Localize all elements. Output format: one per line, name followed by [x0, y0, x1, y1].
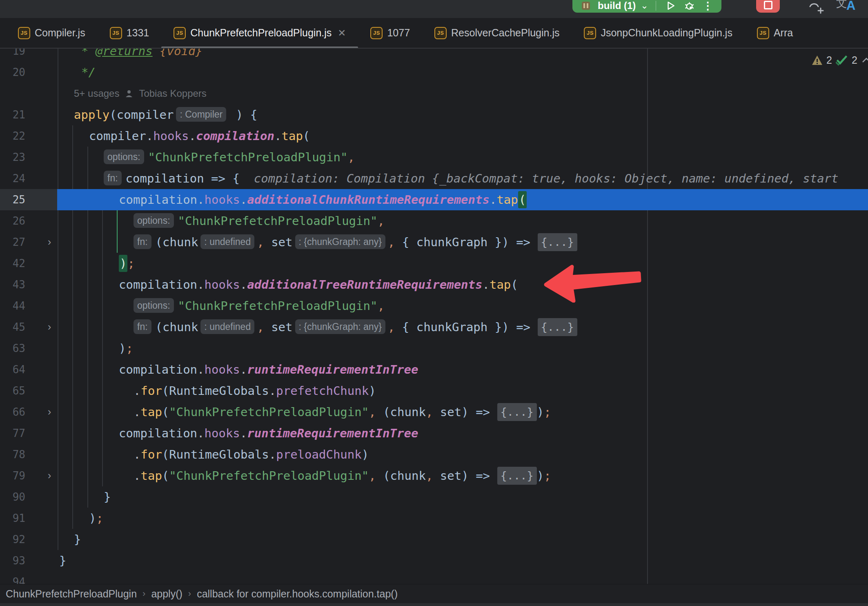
chevron-down-icon[interactable]: ⌄ [641, 0, 648, 11]
line-number: 43 [0, 274, 25, 295]
fold-chevron-icon[interactable]: › [43, 465, 56, 486]
breadcrumb-item[interactable]: ChunkPrefetchPreloadPlugin [6, 588, 137, 600]
tab-JsonpChunkLoadingPlugin.js[interactable]: JSJsonpChunkLoadingPlugin.js [572, 18, 744, 48]
run-config-name[interactable]: build (1) [598, 0, 636, 11]
folded-code[interactable]: {...} [497, 403, 537, 421]
line-number: 26 [0, 210, 25, 232]
line-number: 25 [0, 189, 25, 210]
folded-code[interactable]: {...} [538, 318, 577, 336]
tab-1077[interactable]: JS1077 [358, 18, 422, 48]
code-line-43[interactable]: compilation.hooks.additionalTreeRuntimeR… [119, 274, 518, 295]
line-number: 65 [0, 380, 25, 401]
inlay-hint: fn: [134, 234, 151, 249]
code-segment: { [395, 320, 416, 334]
code-segment: }) => [487, 320, 537, 334]
code-line-93[interactable]: } [59, 550, 66, 571]
breadcrumb-item[interactable]: apply() [151, 588, 182, 600]
code-segment: for [140, 448, 162, 461]
code-segment: set [271, 320, 292, 334]
code-line-22[interactable]: compiler.hooks.compilation.tap( [89, 125, 310, 147]
code-line-65[interactable]: .for(RuntimeGlobals.prefetchChunk) [134, 380, 376, 401]
stop-button[interactable] [756, 0, 780, 13]
tab-label: 1077 [387, 27, 410, 39]
fold-chevron-icon[interactable]: › [43, 232, 56, 253]
tab-label: ResolverCachePlugin.js [451, 27, 559, 39]
js-file-icon: JS [174, 27, 186, 39]
code-segment: . [189, 129, 196, 143]
code-line-19[interactable]: * @returns {void} [81, 49, 203, 62]
code-line-25[interactable]: compilation.hooks.additionalChunkRuntime… [119, 189, 527, 210]
code-segment: "ChunkPrefetchPreloadPlugin" [178, 299, 378, 313]
code-line-66[interactable]: .tap("ChunkPrefetchPreloadPlugin", (chun… [134, 401, 551, 423]
code-line-78[interactable]: .for(RuntimeGlobals.preloadChunk) [134, 444, 369, 465]
tab-1331[interactable]: JS1331 [98, 18, 162, 48]
code-line-45[interactable]: fn:(chunk: undefined, set: {chunkGraph: … [134, 316, 577, 338]
code-segment [204, 172, 211, 185]
folded-code[interactable]: {...} [497, 467, 537, 485]
more-options-icon[interactable]: ⋮ [701, 0, 715, 12]
code-line-63[interactable]: ); [119, 338, 133, 359]
code-line-27[interactable]: fn:(chunk: undefined, set: {chunkGraph: … [134, 232, 577, 253]
code-line-77[interactable]: compilation.hooks.runtimeRequirementInTr… [119, 423, 418, 444]
breadcrumb-item[interactable]: callback for compiler.hooks.compilation.… [197, 588, 398, 600]
code-segment: , [426, 405, 433, 419]
stop-icon [764, 1, 772, 9]
code-line-42[interactable]: ); [119, 253, 135, 274]
code-segment: set [271, 235, 292, 249]
code-line-91[interactable]: ); [89, 508, 103, 529]
code-line-92[interactable]: } [74, 529, 81, 550]
code-line-23[interactable]: options:"ChunkPrefetchPreloadPlugin", [104, 147, 355, 168]
code-line-21[interactable]: apply(compiler: Compiler ) { [74, 104, 257, 125]
code-line-90[interactable]: } [104, 486, 111, 508]
code-segment: } [59, 554, 66, 568]
code-segment: compilation [119, 278, 197, 292]
tab-label: JsonpChunkLoadingPlugin.js [601, 27, 732, 39]
code-segment: }) => [487, 235, 537, 249]
tab-Arra[interactable]: JSArra [745, 18, 805, 48]
line-number: 27 [0, 232, 25, 253]
code-line-24[interactable]: fn:compilation => { compilation: Compila… [104, 168, 839, 189]
line-number: 44 [0, 295, 25, 316]
code-with-me-icon[interactable] [806, 1, 826, 16]
breadcrumb-separator: › [142, 588, 145, 599]
tab-ChunkPrefetchPreloadPlugin.js[interactable]: JSChunkPrefetchPreloadPlugin.js✕ [161, 18, 358, 48]
code-segment: compilation [119, 363, 197, 377]
code-line-20[interactable]: */ [81, 62, 96, 83]
code-segment: . [197, 278, 204, 292]
usages-hint[interactable]: 5+ usages [74, 88, 119, 99]
code-segment: chunk [162, 235, 198, 249]
code-segment: hooks [205, 193, 240, 207]
fold-chevron-icon[interactable]: › [43, 316, 56, 338]
code-vision-hints[interactable]: 5+ usagesTobias Koppers [74, 83, 207, 104]
tab-close-icon[interactable]: ✕ [338, 27, 346, 39]
translate-icon[interactable]: 文A [836, 0, 855, 13]
author-hint[interactable]: Tobias Koppers [139, 88, 206, 99]
code-segment: ; [544, 405, 551, 419]
debug-icon[interactable] [682, 0, 696, 12]
code-line-64[interactable]: compilation.hooks.runtimeRequirementInTr… [119, 359, 418, 380]
run-widget[interactable]: build (1) ⌄ ⋮ [572, 0, 721, 13]
code-line-26[interactable]: options:"ChunkPrefetchPreloadPlugin", [134, 210, 385, 232]
code-segment: . [240, 278, 247, 292]
code-segment: ) => [461, 469, 497, 483]
code-line-44[interactable]: options:"ChunkPrefetchPreloadPlugin", [134, 295, 385, 316]
code-segment: runtimeRequirementInTree [247, 363, 418, 377]
fold-chevron-icon[interactable]: › [43, 401, 56, 423]
collapse-chevron-icon[interactable] [861, 55, 868, 66]
tab-Compiler.js[interactable]: JSCompiler.js [6, 18, 98, 48]
tab-ResolverCachePlugin.js[interactable]: JSResolverCachePlugin.js [422, 18, 572, 48]
warning-count: 2 [826, 54, 832, 66]
tab-label: 1331 [127, 27, 149, 39]
run-button[interactable] [663, 0, 677, 12]
code-editor[interactable]: 2 2 19* @returns {void}20*/5+ usagesTobi… [0, 49, 868, 584]
inspection-widget[interactable]: 2 2 [812, 54, 868, 66]
inlay-hint: options: [104, 149, 144, 164]
code-segment: . [197, 363, 204, 377]
inlay-hint: : undefined [200, 234, 254, 249]
code-segment: */ [81, 65, 96, 79]
folded-code[interactable]: {...} [538, 233, 577, 251]
code-line-79[interactable]: .tap("ChunkPrefetchPreloadPlugin", (chun… [134, 465, 551, 486]
code-segment: ) { [229, 108, 257, 122]
code-segment: . [240, 426, 247, 440]
tab-label: ChunkPrefetchPreloadPlugin.js [190, 27, 332, 39]
